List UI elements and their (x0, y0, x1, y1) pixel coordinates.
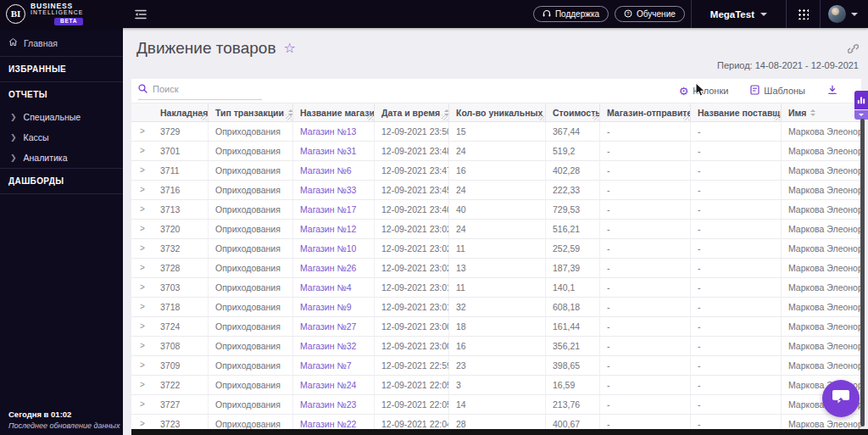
vertical-scrollbar[interactable] (860, 119, 865, 427)
cell-store[interactable]: Магазин №7 (293, 356, 375, 376)
row-expand-chevron[interactable]: > (131, 122, 153, 142)
column-resize-handle[interactable] (683, 114, 689, 120)
cell-sender: - (600, 356, 691, 376)
row-expand-chevron[interactable]: > (131, 220, 153, 239)
share-link-icon[interactable] (848, 42, 859, 58)
row-expand-chevron[interactable]: > (131, 259, 153, 278)
row-expand-chevron[interactable]: > (131, 356, 153, 376)
apps-grid-icon[interactable] (798, 8, 809, 20)
column-resize-handle[interactable] (538, 114, 544, 120)
sidebar-section-reports[interactable]: ОТЧЕТЫ (0, 82, 123, 107)
columns-button[interactable]: ⚙ Колонки (679, 86, 729, 97)
column-resize-handle[interactable] (593, 114, 598, 120)
cell-sku: 14 (449, 395, 546, 415)
column-resize-handle[interactable] (367, 114, 373, 120)
column-resize-handle[interactable] (201, 114, 207, 120)
row-expand-chevron[interactable]: > (131, 161, 153, 181)
cell-store[interactable]: Магазин №17 (293, 200, 375, 220)
sidebar-collapse-icon[interactable] (135, 9, 147, 20)
row-expand-chevron[interactable]: > (131, 200, 153, 220)
sidebar-item-analytics[interactable]: ❯Аналитика (0, 148, 123, 168)
sidebar-item-home[interactable]: Главная (0, 28, 123, 56)
cell-store[interactable]: Магазин №31 (293, 142, 375, 161)
cell-store[interactable]: Магазин №12 (293, 220, 375, 239)
sidebar-home-label: Главная (24, 38, 58, 48)
favorite-star-icon[interactable]: ☆ (284, 42, 296, 55)
row-expand-chevron[interactable]: > (131, 337, 153, 356)
templates-button[interactable]: Шаблоны (750, 85, 805, 97)
account-menu[interactable]: MegaTest (692, 9, 786, 20)
cell-sender: - (600, 278, 691, 298)
chat-button[interactable] (822, 380, 860, 417)
row-expand-chevron[interactable]: > (131, 376, 153, 395)
search-input[interactable] (153, 84, 254, 94)
sort-icon[interactable] (810, 109, 815, 116)
row-expand-chevron[interactable]: > (131, 317, 153, 337)
cell-store[interactable]: Магазин №10 (293, 239, 375, 259)
column-resize-handle[interactable] (442, 114, 448, 120)
column-resize-handle[interactable] (774, 114, 780, 120)
column-header-5[interactable]: Стоимость (546, 103, 600, 121)
cell-store[interactable]: Магазин №33 (293, 181, 375, 200)
table-row: >3729ОприходованияМагазин №1312-09-2021 … (131, 122, 861, 142)
cell-invoice: 3732 (153, 239, 209, 259)
bar-chart-icon (857, 92, 865, 108)
cell-store[interactable]: Магазин №6 (293, 161, 375, 181)
cell-invoice: 3729 (153, 122, 209, 142)
cell-sku: 3 (449, 376, 546, 395)
support-button[interactable]: Поддержка (533, 6, 609, 22)
training-button[interactable]: ? Обучение (615, 6, 685, 22)
cell-sku: 16 (449, 161, 546, 181)
column-label: Название магазина (300, 108, 375, 118)
column-header-7[interactable]: Название поставщика (691, 103, 782, 121)
cell-supplier: - (691, 220, 782, 239)
horizontal-scrollbar[interactable] (131, 429, 868, 435)
cell-store[interactable]: Магазин №4 (293, 278, 375, 298)
cell-supplier: - (691, 142, 782, 161)
cell-store[interactable]: Магазин №13 (293, 122, 375, 142)
sidebar-item-special[interactable]: ❯Специальные (0, 107, 123, 127)
row-expand-chevron[interactable]: > (131, 298, 153, 317)
column-header-3[interactable]: Дата и время (375, 103, 449, 121)
user-menu[interactable] (821, 5, 860, 23)
sidebar-section-dashboards[interactable]: ДАШБОРДЫ (0, 169, 123, 193)
row-expand-chevron[interactable]: > (131, 181, 153, 200)
row-expand-chevron[interactable]: > (131, 395, 153, 415)
row-expand-chevron[interactable]: > (131, 142, 153, 161)
column-header-expand (131, 103, 153, 121)
search-box[interactable] (138, 81, 262, 100)
chart-view-button[interactable] (854, 91, 868, 109)
logo-line2: INTELLIGENCE (31, 10, 83, 16)
avatar (828, 5, 846, 23)
download-button[interactable] (827, 85, 837, 97)
column-header-8[interactable]: Имя (782, 103, 861, 121)
cell-store[interactable]: Магазин №26 (293, 259, 375, 278)
cell-type: Оприходования (209, 376, 293, 395)
column-header-2[interactable]: Название магазина (293, 103, 375, 121)
chevron-right-icon: ❯ (10, 134, 17, 142)
cell-store[interactable]: Магазин №27 (293, 317, 375, 337)
column-header-6[interactable]: Магазин-отправитель (600, 103, 691, 121)
cell-invoice: 3724 (153, 317, 209, 337)
cell-store[interactable]: Магазин №23 (293, 395, 375, 415)
cell-name: Маркова Элеонора Х (782, 298, 861, 317)
row-expand-chevron[interactable]: > (131, 278, 153, 298)
cell-name: Маркова Элеонора Х (782, 181, 861, 200)
cell-store[interactable]: Магазин №24 (293, 376, 375, 395)
column-header-1[interactable]: Тип транзакции (209, 103, 293, 121)
cell-sender: - (600, 259, 691, 278)
sidebar-item-label: Кассы (24, 132, 49, 142)
cell-sender: - (600, 161, 691, 181)
column-header-4[interactable]: Кол-во уникальных SKU (449, 103, 546, 121)
column-header-0[interactable]: Накладная (153, 103, 209, 121)
cell-store[interactable]: Магазин №9 (293, 298, 375, 317)
cell-store[interactable]: Магазин №32 (293, 337, 375, 356)
sidebar-section-favorites[interactable]: ИЗБРАННЫЕ (0, 57, 123, 81)
chevron-down-icon (859, 114, 864, 116)
table-row: >3713ОприходованияМагазин №1712-09-2021 … (131, 200, 861, 220)
period-label[interactable]: Период: 14-08-2021 - 12-09-2021 (717, 60, 859, 70)
sidebar-item-cash[interactable]: ❯Кассы (0, 127, 123, 148)
row-expand-chevron[interactable]: > (131, 239, 153, 259)
cell-invoice: 3728 (153, 259, 209, 278)
column-resize-handle[interactable] (286, 114, 292, 120)
